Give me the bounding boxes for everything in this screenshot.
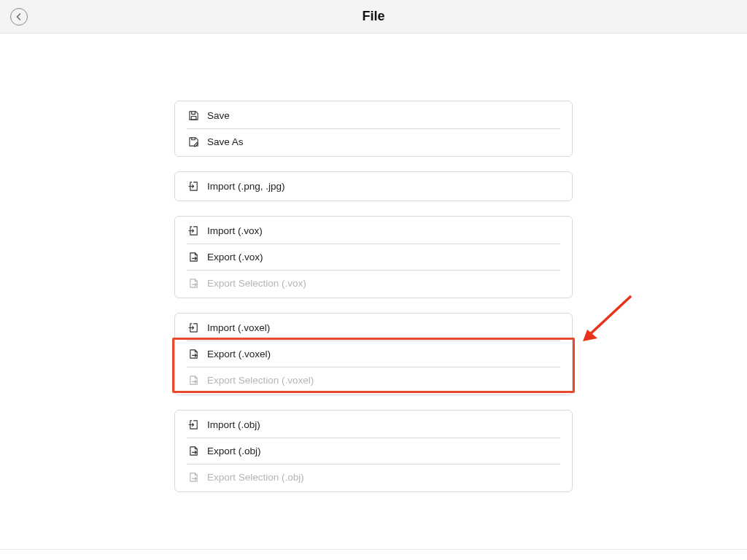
menu-item-export-vox[interactable]: Export (.vox) bbox=[175, 244, 572, 270]
save-as-icon bbox=[187, 136, 200, 149]
menu-item-label: Save bbox=[207, 110, 230, 121]
export-icon bbox=[187, 251, 200, 264]
menu-item-label: Export (.vox) bbox=[207, 252, 263, 262]
menu-item-label: Export (.voxel) bbox=[207, 349, 271, 359]
export-icon bbox=[187, 277, 200, 290]
page-title: File bbox=[0, 9, 747, 24]
menu-item-label: Export Selection (.vox) bbox=[207, 278, 306, 289]
menu-item-save[interactable]: Save bbox=[175, 103, 572, 128]
menu-item-export-selection-vox: Export Selection (.vox) bbox=[175, 271, 572, 296]
export-icon bbox=[187, 445, 200, 458]
menu-group-voxel: Import (.voxel) Export (.voxel) bbox=[174, 313, 573, 395]
menu-item-label: Export (.obj) bbox=[207, 446, 261, 456]
menu-item-import-obj[interactable]: Import (.obj) bbox=[175, 412, 572, 438]
menu-item-save-as[interactable]: Save As bbox=[175, 129, 572, 155]
svg-rect-0 bbox=[191, 116, 196, 120]
export-icon bbox=[187, 374, 200, 387]
file-menu-content: Save Save As Import (.p bbox=[0, 34, 747, 507]
chevron-left-icon bbox=[15, 13, 23, 20]
import-icon bbox=[187, 322, 200, 335]
menu-item-label: Import (.vox) bbox=[207, 225, 263, 236]
import-icon bbox=[187, 180, 200, 193]
export-icon bbox=[187, 348, 200, 361]
menu-item-export-obj[interactable]: Export (.obj) bbox=[175, 438, 572, 464]
menu-item-export-voxel[interactable]: Export (.voxel) bbox=[175, 341, 572, 367]
menu-group-vox: Import (.vox) Export (.vox) bbox=[174, 216, 573, 298]
menu-group-import-image: Import (.png, .jpg) bbox=[174, 171, 573, 201]
menu-item-label: Export Selection (.voxel) bbox=[207, 375, 314, 386]
menu-group-obj: Import (.obj) Export (.obj) bbox=[174, 410, 573, 492]
menu-item-export-selection-obj: Export Selection (.obj) bbox=[175, 464, 572, 490]
menu-item-export-selection-voxel: Export Selection (.voxel) bbox=[175, 368, 572, 393]
menu-item-label: Import (.voxel) bbox=[207, 322, 270, 333]
import-icon bbox=[187, 419, 200, 432]
menu-item-label: Export Selection (.obj) bbox=[207, 472, 304, 483]
header: File bbox=[0, 0, 747, 34]
menu-item-import-png-jpg[interactable]: Import (.png, .jpg) bbox=[175, 174, 572, 199]
export-icon bbox=[187, 471, 200, 484]
save-icon bbox=[187, 109, 200, 122]
menu-item-label: Import (.png, .jpg) bbox=[207, 181, 285, 192]
menu-item-import-voxel[interactable]: Import (.voxel) bbox=[175, 315, 572, 341]
menu-item-label: Import (.obj) bbox=[207, 419, 260, 430]
menu-item-import-vox[interactable]: Import (.vox) bbox=[175, 218, 572, 244]
footer-divider bbox=[0, 549, 747, 550]
menu-group-save: Save Save As bbox=[174, 101, 573, 157]
import-icon bbox=[187, 225, 200, 238]
menu-item-label: Save As bbox=[207, 136, 244, 147]
back-button[interactable] bbox=[10, 8, 28, 26]
